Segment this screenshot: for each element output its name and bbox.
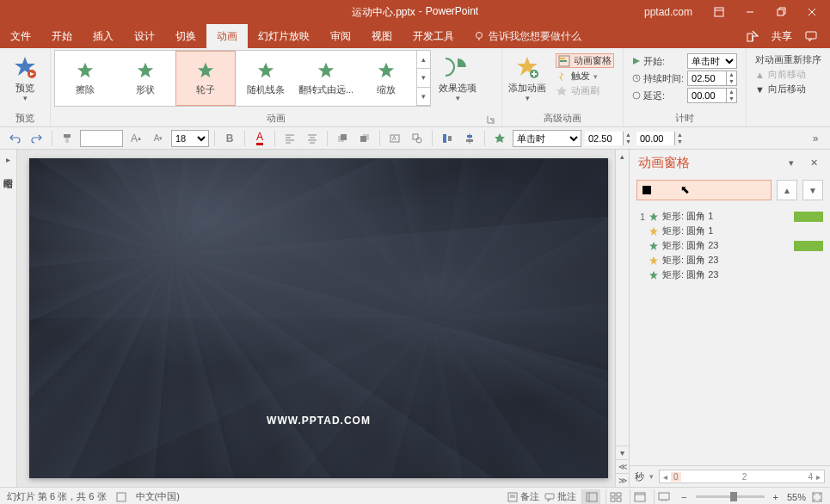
anim-list-item[interactable]: 矩形: 圆角 23 <box>633 267 827 282</box>
gallery-up-icon[interactable]: ▴ <box>417 51 430 69</box>
animation-painter-button[interactable]: 动画刷 <box>556 84 614 97</box>
tab-transitions[interactable]: 切换 <box>165 24 206 48</box>
anim-shape[interactable]: 形状 <box>115 51 175 106</box>
start-select[interactable]: 单击时 <box>687 53 737 69</box>
timeline-left-icon[interactable]: ◂ <box>661 472 669 482</box>
bring-forward-button[interactable] <box>333 129 352 148</box>
add-animation-button[interactable]: 添加动画 ▾ <box>506 50 549 106</box>
shrink-font-button[interactable]: A▾ <box>149 129 168 148</box>
normal-view-button[interactable] <box>581 489 600 505</box>
tab-review[interactable]: 审阅 <box>320 24 361 48</box>
comments-icon[interactable] <box>804 29 818 43</box>
anim-list-item[interactable]: 1矩形: 圆角 1 <box>633 209 827 224</box>
tab-animations[interactable]: 动画 <box>206 24 248 48</box>
anim-wipe[interactable]: 擦除 <box>55 51 115 106</box>
align-left-button[interactable] <box>280 129 299 148</box>
gallery-more-icon[interactable]: ▾ <box>417 88 430 106</box>
insert-textbox-button[interactable]: A <box>385 129 404 148</box>
send-backward-button[interactable] <box>355 129 374 148</box>
tab-slideshow[interactable]: 幻灯片放映 <box>248 24 320 48</box>
qat-start-select[interactable]: 单击时 <box>513 130 581 147</box>
zoom-in-button[interactable]: + <box>770 492 782 502</box>
bold-button[interactable]: B <box>220 129 239 148</box>
tab-developer[interactable]: 开发工具 <box>403 24 464 48</box>
format-painter-button[interactable] <box>58 129 77 148</box>
share-icon[interactable] <box>746 29 759 43</box>
anim-wheel[interactable]: 轮子 <box>175 51 236 106</box>
thumbnail-panel-collapsed[interactable]: ▸ 缩略图 <box>0 150 17 487</box>
spin-down-icon[interactable]: ▼ <box>727 95 736 102</box>
notes-button[interactable]: 备注 <box>507 490 539 503</box>
tab-insert[interactable]: 插入 <box>83 24 124 48</box>
tab-home[interactable]: 开始 <box>41 24 83 48</box>
minimize-button[interactable] <box>735 0 765 24</box>
chevron-down-icon[interactable]: ▾ <box>649 472 654 481</box>
tab-file[interactable]: 文件 <box>0 24 41 48</box>
move-later-button[interactable]: ▼向后移动 <box>755 83 821 95</box>
anim-list-item[interactable]: 矩形: 圆角 1 <box>633 224 827 238</box>
scroll-up-icon[interactable]: ▴ <box>616 150 629 163</box>
reading-view-button[interactable] <box>630 489 649 505</box>
shapes-button[interactable] <box>408 129 427 148</box>
tell-me-search[interactable]: 告诉我您想要做什么 <box>464 24 590 48</box>
share-button[interactable]: 共享 <box>772 29 792 44</box>
anim-grow-turn[interactable]: 翻转式由远... <box>296 51 356 106</box>
spin-up-icon[interactable]: ▲ <box>727 89 736 95</box>
pane-options-button[interactable]: ▾ <box>784 156 799 171</box>
add-anim-qat-button[interactable] <box>490 129 509 148</box>
animation-gallery[interactable]: 擦除 形状 轮子 随机线条 翻转式由远... 缩放 ▴ ▾ ▾ <box>54 50 431 107</box>
qat-delay-spinner[interactable]: ▲▼ <box>636 130 685 147</box>
pane-close-button[interactable]: ✕ <box>806 156 821 171</box>
prev-slide-button[interactable]: ≪ <box>616 459 629 473</box>
dialog-launcher-icon[interactable] <box>486 114 496 125</box>
close-button[interactable] <box>797 0 827 24</box>
trigger-button[interactable]: 触发▾ <box>556 70 614 83</box>
tab-design[interactable]: 设计 <box>124 24 165 48</box>
vertical-scrollbar[interactable]: ▴ ▾ ≪ ≫ <box>615 150 629 487</box>
tab-view[interactable]: 视图 <box>361 24 403 48</box>
comments-button[interactable]: 批注 <box>544 490 576 503</box>
spin-up-icon[interactable]: ▲ <box>727 71 736 78</box>
zoom-out-button[interactable]: − <box>678 492 690 502</box>
move-earlier-button[interactable]: ▲向前移动 <box>755 68 821 81</box>
timeline-right-icon[interactable]: ▸ <box>815 472 822 482</box>
slide-canvas[interactable]: WWW.PPTAD.COM <box>29 158 608 478</box>
spin-down-icon[interactable]: ▼ <box>727 78 736 85</box>
preview-button[interactable]: 预览 ▾ <box>3 50 46 106</box>
undo-button[interactable] <box>5 129 24 148</box>
slideshow-view-button[interactable] <box>654 489 673 505</box>
fit-to-window-button[interactable] <box>811 491 823 503</box>
anim-list-item[interactable]: 矩形: 圆角 23 <box>633 238 827 253</box>
effect-options-button[interactable]: 效果选项 ▾ <box>436 50 479 106</box>
animation-pane-toggle[interactable]: 动画窗格 <box>556 53 614 68</box>
qat-overflow-button[interactable]: » <box>806 129 825 148</box>
gallery-down-icon[interactable]: ▾ <box>417 69 430 87</box>
delay-spinner[interactable]: ▲▼ <box>687 88 737 103</box>
sorter-view-button[interactable] <box>606 489 624 505</box>
anim-random-bars[interactable]: 随机线条 <box>236 51 296 106</box>
restore-button[interactable] <box>766 0 796 24</box>
zoom-slider[interactable] <box>696 495 765 498</box>
anim-zoom[interactable]: 缩放 <box>356 51 416 106</box>
font-color-button[interactable]: A <box>250 129 269 148</box>
anim-list-item[interactable]: 矩形: 圆角 23 <box>633 253 827 267</box>
spell-check-icon[interactable] <box>115 491 127 503</box>
align-button[interactable] <box>460 129 479 148</box>
move-down-button[interactable]: ▼ <box>802 180 823 200</box>
play-selected-button[interactable]: ⬉ <box>636 180 772 200</box>
slide-counter[interactable]: 幻灯片 第 6 张，共 6 张 <box>7 490 107 503</box>
font-select[interactable] <box>80 130 123 147</box>
next-slide-button[interactable]: ≫ <box>616 473 629 487</box>
scroll-down-icon[interactable]: ▾ <box>616 446 629 459</box>
ribbon-display-options-icon[interactable] <box>704 0 734 24</box>
font-size-select[interactable]: 18 <box>171 130 209 147</box>
chevron-right-icon[interactable]: ▸ <box>6 155 10 164</box>
title-link[interactable]: pptad.com <box>644 6 692 18</box>
grow-font-button[interactable]: A▴ <box>126 129 145 148</box>
duration-spinner[interactable]: ▲▼ <box>687 71 737 86</box>
timeline-scrubber[interactable]: ◂ 0 2 4 ▸ <box>659 470 825 483</box>
redo-button[interactable] <box>28 129 46 148</box>
language-status[interactable]: 中文(中国) <box>136 490 180 503</box>
group-align-button[interactable] <box>438 129 457 148</box>
zoom-level[interactable]: 55% <box>787 492 806 502</box>
